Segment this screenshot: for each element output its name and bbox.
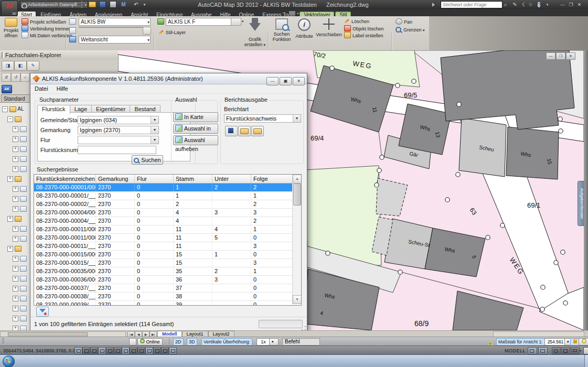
- vertical-exaggeration-value[interactable]: 1x: [256, 338, 270, 346]
- menu-hilfe[interactable]: Hilfe: [52, 84, 72, 93]
- wrench-icon[interactable]: ✎: [511, 1, 519, 8]
- tree-item[interactable]: +: [13, 124, 27, 134]
- tree-item[interactable]: +: [13, 224, 27, 233]
- status-dropdown[interactable]: ▾: [580, 349, 581, 352]
- ribbon-state-dropdown[interactable]: ▾: [297, 12, 299, 16]
- selection-button-2[interactable]: Auswahl in Karte: [173, 124, 218, 134]
- expand-icon[interactable]: +: [13, 166, 18, 172]
- selection-button-1[interactable]: In Karte anzeigen: [173, 112, 218, 122]
- tray-messages-button[interactable]: [571, 347, 580, 354]
- disconnect-button[interactable]: Verbindung trennen: [22, 25, 71, 31]
- tree-item[interactable]: +: [13, 304, 27, 313]
- expand-icon[interactable]: +: [13, 236, 18, 242]
- vertical-exaggeration-label[interactable]: Vertikale Überhöhung:: [201, 338, 252, 346]
- layout-toggle-button[interactable]: [538, 347, 548, 354]
- tree-item[interactable]: +: [13, 314, 27, 323]
- grid-toggle-button[interactable]: [82, 347, 90, 354]
- save-button[interactable]: [99, 1, 106, 8]
- 3d-button[interactable]: 3D: [187, 338, 197, 346]
- expand-icon[interactable]: +: [13, 226, 18, 232]
- feature-add-button[interactable]: [143, 27, 151, 35]
- satellite-icon[interactable]: ☇: [519, 1, 527, 8]
- tree-item[interactable]: +: [13, 323, 27, 331]
- scroll-down-button[interactable]: ▼: [293, 295, 302, 304]
- expand-icon[interactable]: +: [13, 286, 18, 292]
- ducs-toggle-button[interactable]: [122, 347, 130, 354]
- report-save-button[interactable]: [225, 126, 238, 136]
- lwt-toggle-button[interactable]: [137, 347, 145, 354]
- results-scrollbar[interactable]: ▲ ▼: [292, 175, 301, 304]
- explorer-tool-2-button[interactable]: ◧: [14, 61, 27, 71]
- tree-item[interactable]: +: [13, 254, 27, 263]
- berichtart-combo[interactable]: Flurstücksnachweis▼: [224, 114, 301, 123]
- explorer-tool-1-button[interactable]: ◨: [2, 61, 14, 71]
- tree-item[interactable]: –: [7, 114, 22, 124]
- online-button[interactable]: Online: [137, 338, 163, 346]
- create-graphic-button[interactable]: Grafik erstellen ▾: [243, 18, 266, 48]
- selection-button-3[interactable]: Auswahl aufheben: [173, 135, 218, 145]
- quickprop-toggle-button[interactable]: [153, 347, 161, 354]
- table-row[interactable]: 08-2370-000-00035/0002.01237003521: [34, 267, 293, 276]
- restore-button[interactable]: ❐: [568, 2, 574, 8]
- search-function-button[interactable]: SuchenFunktion: [271, 18, 293, 42]
- tree-item[interactable]: +: [13, 284, 27, 293]
- project-open-button[interactable]: Projekt öffnen: [2, 18, 20, 38]
- expand-icon[interactable]: +: [7, 176, 13, 182]
- expand-icon[interactable]: +: [7, 216, 13, 222]
- viewport-scale-value[interactable]: 254.561: [544, 338, 566, 346]
- polar-toggle-button[interactable]: [98, 347, 106, 354]
- column-header-2[interactable]: Gemarkung: [96, 175, 135, 183]
- tree-item[interactable]: +: [13, 184, 27, 193]
- dialog-tab-flurstück[interactable]: Flurstück: [37, 105, 70, 114]
- layer-combo[interactable]: ALKIS LK F▾: [166, 18, 237, 26]
- annotate-icon[interactable]: [129, 338, 136, 346]
- table-row[interactable]: 08-2370-000-00001/0002.0223700122: [34, 183, 293, 192]
- binoculars-icon[interactable]: ⌕: [501, 1, 509, 8]
- collapse-icon[interactable]: –: [7, 116, 13, 122]
- filter-button[interactable]: [36, 307, 49, 317]
- close-button[interactable]: ✕: [576, 2, 583, 8]
- tree-item[interactable]: – AL: [2, 104, 24, 114]
- model-space-indicator[interactable]: MODELL: [505, 348, 526, 353]
- drawing-close-button[interactable]: ✕: [566, 52, 575, 60]
- tree-item[interactable]: +: [13, 134, 27, 144]
- coordinates-readout[interactable]: 3564473.5484, 5410858.3765, 0.0000: [3, 348, 83, 353]
- tree-expand-button[interactable]: ⇵: [2, 73, 11, 82]
- column-header-1[interactable]: Flurstückskennzeichen: [34, 175, 96, 183]
- tree-item[interactable]: +: [13, 234, 27, 243]
- column-header-6[interactable]: Folge: [251, 175, 293, 183]
- layer-style-button[interactable]: [231, 18, 241, 26]
- feature-class-combo[interactable]: ▾: [79, 27, 143, 28]
- menu-datei[interactable]: Datei: [30, 84, 52, 93]
- expand-icon[interactable]: +: [7, 246, 13, 252]
- table-row[interactable]: 08-2370-000-00015/0001.00237001510: [34, 251, 293, 259]
- help-search-input[interactable]: Stichwort oder Frage eingeben: [441, 1, 503, 8]
- start-button[interactable]: [3, 355, 15, 367]
- delete-object-button[interactable]: Objekt löschen: [344, 25, 384, 31]
- attributes-button[interactable]: i Attribute: [294, 18, 315, 39]
- table-row[interactable]: 08-2370-000-00004/____.022370042: [34, 217, 293, 225]
- expand-icon[interactable]: +: [13, 126, 18, 132]
- scroll-thumb[interactable]: [293, 183, 301, 206]
- tree-item[interactable]: +: [13, 144, 27, 154]
- column-header-5[interactable]: Unter: [212, 175, 251, 183]
- table-row[interactable]: 08-2370-000-00015/____.0323700153: [34, 259, 293, 267]
- undo-dropdown[interactable]: ▾: [141, 1, 148, 8]
- help-button[interactable]: ?: [535, 1, 543, 8]
- expand-icon[interactable]: +: [13, 186, 18, 192]
- otrack-toggle-button[interactable]: [114, 347, 122, 354]
- table-row[interactable]: 08-2370-000-00039/____.0023700390: [34, 301, 293, 305]
- annotation-toggle-button[interactable]: [169, 347, 177, 354]
- drawing-restore-button[interactable]: ❐: [556, 52, 565, 60]
- create-label-button[interactable]: Label erstellen: [344, 32, 383, 38]
- delete-button[interactable]: Löschen: [344, 18, 369, 25]
- ribbon-state-icon[interactable]: [289, 11, 295, 15]
- clean-screen-button[interactable]: [583, 347, 588, 354]
- table-row[interactable]: 08-2370-000-00004/0003.0323700433: [34, 209, 293, 217]
- connect-data-button[interactable]: Mit Daten verbinden: [22, 32, 72, 38]
- flurstuecksnummer-input[interactable]: [78, 146, 156, 154]
- tree-refresh-button[interactable]: ↺: [11, 73, 20, 82]
- light-button[interactable]: [579, 338, 588, 346]
- show-desktop-button[interactable]: [584, 355, 588, 367]
- expand-icon[interactable]: +: [13, 266, 18, 272]
